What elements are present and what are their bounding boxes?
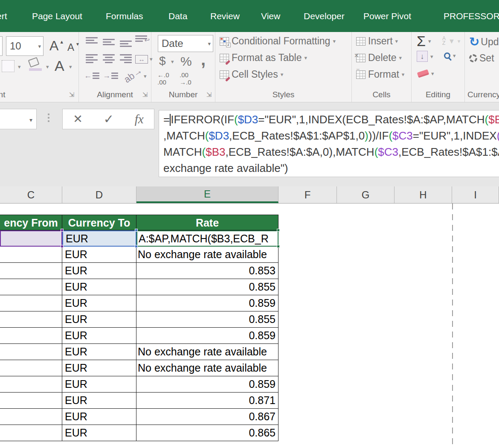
column-header-D[interactable]: D	[62, 186, 136, 203]
currency-format-button[interactable]: $	[159, 54, 166, 68]
cell-currency-from[interactable]	[0, 425, 62, 441]
cell-rate[interactable]: 0.865	[136, 425, 279, 441]
ribbon-tab-review[interactable]: Review	[210, 0, 240, 32]
cell-currency-from[interactable]	[0, 409, 62, 425]
table-header-cell[interactable]: Rate	[136, 215, 279, 230]
alignment-dialog-launcher-icon[interactable]: ⇲	[142, 91, 148, 99]
cell-rate-editing[interactable]: A:$AP,MATCH($B3,ECB_R	[136, 230, 279, 247]
borders-button[interactable]	[2, 60, 15, 72]
cell-currency-from[interactable]	[0, 360, 62, 376]
cell-rate[interactable]: No exchange rate available	[136, 247, 279, 263]
comma-format-button[interactable]: ,	[201, 50, 206, 69]
ribbon-tab-page-layout[interactable]: Page Layout	[32, 0, 82, 32]
font-size-combo[interactable]: 10 ▾	[6, 36, 44, 56]
cell-currency-to[interactable]: EUR	[62, 279, 136, 295]
cell-currency-from[interactable]	[0, 311, 62, 328]
cell-rate[interactable]: 0.871	[136, 393, 279, 409]
cell-currency-to[interactable]: EUR	[62, 360, 136, 376]
cell-rate[interactable]: 0.853	[136, 263, 279, 279]
name-box[interactable]: ▾	[0, 109, 37, 129]
cell-currency-from[interactable]	[0, 279, 62, 295]
cell-rate[interactable]: 0.859	[136, 376, 279, 393]
merge-center-button[interactable]: ↔	[135, 55, 148, 64]
ribbon-tab-data[interactable]: Data	[168, 0, 187, 32]
grow-font-button[interactable]: A▲	[49, 38, 64, 54]
cell-rate[interactable]: 0.859	[136, 295, 279, 311]
align-left-button[interactable]	[86, 54, 98, 63]
settings-button[interactable]: Set	[469, 52, 494, 64]
fill-button[interactable]: ↓▾	[417, 51, 433, 62]
cell-styles-button[interactable]: Cell Styles▾	[220, 69, 283, 80]
cell-currency-to[interactable]: EUR	[62, 311, 136, 328]
selection-handle[interactable]	[135, 245, 138, 248]
cancel-button[interactable]: ✕	[73, 112, 83, 126]
cell-currency-to[interactable]: EUR	[62, 376, 136, 393]
sort-filter-button[interactable]: AZ▼▾	[442, 36, 460, 46]
chevron-down-icon[interactable]: ▾	[171, 58, 174, 65]
cell-rate[interactable]: 0.855	[136, 279, 279, 295]
cell-currency-to[interactable]: EUR	[62, 263, 136, 279]
chevron-down-icon[interactable]: ▾	[18, 64, 21, 70]
align-right-button[interactable]	[120, 54, 132, 63]
selection-handle[interactable]	[277, 229, 280, 232]
autosum-button[interactable]: Σ▾	[417, 33, 431, 49]
conditional-formatting-button[interactable]: ≠ Conditional Formatting▾	[220, 35, 336, 47]
cell-currency-to[interactable]: EUR	[62, 425, 136, 441]
shrink-font-button[interactable]: A▼	[67, 41, 80, 53]
cell-currency-from[interactable]	[0, 263, 62, 279]
selection-handle[interactable]	[61, 229, 64, 232]
number-dialog-launcher-icon[interactable]: ⇲	[206, 91, 212, 99]
delete-cells-button[interactable]: ✕ Delete▾	[356, 52, 402, 64]
cell-currency-from[interactable]	[0, 328, 62, 344]
formula-bar-handle[interactable]	[48, 113, 49, 122]
chevron-down-icon[interactable]: ▾	[46, 64, 49, 70]
selection-handle[interactable]	[135, 229, 138, 232]
selection-handle[interactable]	[61, 245, 64, 248]
ribbon-tab-view[interactable]: View	[261, 0, 280, 32]
ribbon-tab-power-pivot[interactable]: Power Pivot	[363, 0, 411, 32]
orientation-button[interactable]: ab→	[122, 65, 145, 85]
chevron-down-icon[interactable]: ▾	[69, 64, 72, 70]
cell-rate[interactable]: 0.859	[136, 328, 279, 344]
align-center-button[interactable]	[103, 54, 115, 63]
enter-button[interactable]: ✓	[104, 112, 114, 126]
cell-currency-to[interactable]: EUR	[62, 344, 136, 360]
cell-currency-from[interactable]	[0, 295, 62, 311]
cell-currency-from[interactable]	[0, 247, 62, 263]
clear-button[interactable]: ▾	[418, 70, 434, 77]
table-header-cell[interactable]: Currency To	[62, 215, 136, 230]
insert-cells-button[interactable]: Insert▾	[356, 35, 398, 47]
find-select-button[interactable]: ▾	[444, 52, 456, 59]
percent-format-button[interactable]: %	[180, 54, 192, 69]
ribbon-tab-professor[interactable]: PROFESSOR	[444, 0, 499, 32]
formula-input[interactable]: =IFERROR(IF($D3="EUR",1,INDEX(ECB_Rates!…	[159, 110, 499, 177]
cell-currency-from[interactable]	[0, 230, 62, 247]
column-header-F[interactable]: F	[279, 186, 337, 203]
update-button[interactable]: ↻Upd	[469, 35, 499, 49]
font-color-button[interactable]: A	[55, 58, 64, 74]
insert-function-button[interactable]: fx	[135, 112, 144, 126]
align-top-button[interactable]	[86, 37, 98, 44]
font-dialog-launcher-icon[interactable]: ⇲	[69, 91, 74, 99]
column-header-C[interactable]: C	[0, 186, 62, 203]
cell-rate[interactable]: 0.855	[136, 311, 279, 328]
cell-currency-to[interactable]: EUR	[62, 328, 136, 344]
wrap-text-button[interactable]: ↩	[135, 35, 147, 42]
format-as-table-button[interactable]: Format as Table▾	[220, 52, 307, 64]
column-header-I[interactable]: I	[452, 186, 499, 203]
ribbon-tab-developer[interactable]: Developer	[304, 0, 345, 32]
cell-rate[interactable]: 0.867	[136, 409, 279, 425]
selection-handle[interactable]	[277, 245, 280, 248]
cell-rate[interactable]: No exchange rate available	[136, 344, 279, 360]
fill-color-button[interactable]	[29, 58, 42, 71]
decrease-indent-button[interactable]: ←	[84, 71, 99, 80]
increase-indent-button[interactable]: →	[103, 71, 118, 80]
ribbon-tab-ert[interactable]: ert	[0, 0, 7, 32]
cell-currency-from[interactable]	[0, 376, 62, 393]
chevron-down-icon[interactable]: ▾	[144, 73, 147, 79]
align-bottom-button[interactable]	[120, 41, 132, 47]
table-header-cell[interactable]: ency From	[0, 215, 62, 230]
cell-currency-to[interactable]: EUR	[62, 247, 136, 263]
decrease-decimal-button[interactable]: .00→.0	[180, 71, 191, 86]
format-cells-button[interactable]: ↔ Format▾	[356, 69, 404, 80]
